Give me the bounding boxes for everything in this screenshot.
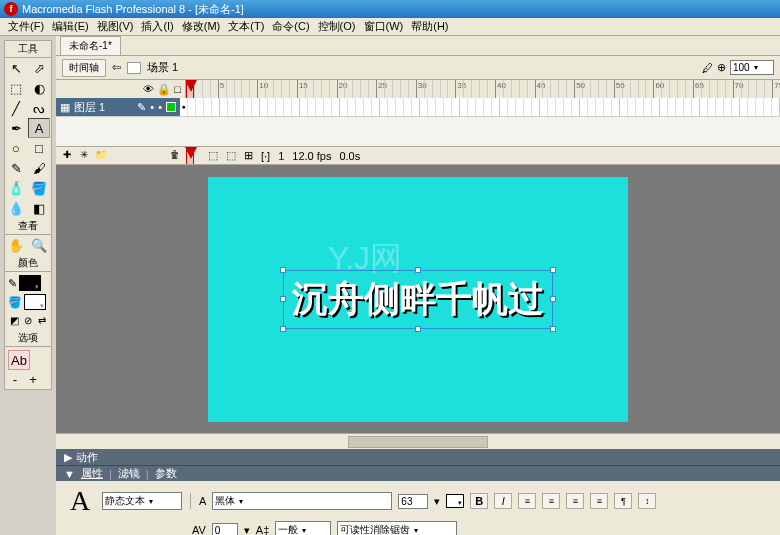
scrollbar-thumb[interactable]: [348, 436, 488, 448]
edit-multiple-icon[interactable]: ⊞: [244, 149, 253, 162]
default-colors-icon[interactable]: ◩: [8, 313, 20, 327]
lasso-tool[interactable]: ᔓ: [28, 98, 50, 118]
anti-alias-select[interactable]: 可读性消除锯齿: [337, 521, 457, 535]
line-tool[interactable]: ╱: [5, 98, 27, 118]
scene-name[interactable]: 场景 1: [147, 60, 178, 75]
handle-br[interactable]: [550, 326, 556, 332]
font-size-input[interactable]: 63: [398, 494, 428, 509]
timeline-ruler[interactable]: [186, 80, 780, 98]
font-family-select[interactable]: 黑体: [212, 492, 392, 510]
menu-window[interactable]: 窗口(W): [360, 19, 408, 34]
swap-colors-icon[interactable]: ⇄: [36, 313, 48, 327]
handle-tr[interactable]: [550, 267, 556, 273]
tab-params[interactable]: 参数: [149, 466, 183, 481]
handle-ml[interactable]: [280, 296, 286, 302]
eraser-tool[interactable]: ◧: [28, 198, 50, 218]
no-color-icon[interactable]: ⊘: [22, 313, 34, 327]
spacing-slider-icon[interactable]: ▾: [244, 524, 250, 536]
text-orientation-option[interactable]: Ab: [8, 350, 30, 370]
stroke-color-swatch[interactable]: [19, 275, 41, 291]
layer-color-swatch[interactable]: [166, 102, 176, 112]
horizontal-scrollbar[interactable]: [56, 433, 780, 449]
eyedropper-tool[interactable]: 💧: [5, 198, 27, 218]
new-guide-layer-button[interactable]: ✳: [77, 149, 91, 163]
layer-lock-dot[interactable]: •: [158, 101, 162, 113]
layer-name[interactable]: 图层 1: [74, 100, 105, 115]
letter-spacing-input[interactable]: 0: [212, 523, 238, 536]
oval-tool[interactable]: ○: [5, 138, 27, 158]
text-tool[interactable]: A: [28, 118, 50, 138]
brush-tool[interactable]: 🖌: [28, 158, 50, 178]
menu-text[interactable]: 文本(T): [224, 19, 268, 34]
frames-track[interactable]: [180, 98, 780, 116]
rectangle-tool[interactable]: □: [28, 138, 50, 158]
handle-bm[interactable]: [415, 326, 421, 332]
menu-control[interactable]: 控制(O): [314, 19, 360, 34]
gradient-tool[interactable]: ◐: [28, 78, 50, 98]
onion-skin-icon[interactable]: ⬚: [208, 149, 218, 162]
collapse-icon[interactable]: ▶: [64, 451, 72, 464]
keyframe-1[interactable]: [180, 98, 188, 116]
menu-view[interactable]: 视图(V): [93, 19, 138, 34]
document-tab[interactable]: 未命名-1*: [60, 36, 121, 55]
edit-symbol-icon[interactable]: ⊕: [717, 61, 726, 74]
ink-bottle-tool[interactable]: 🧴: [5, 178, 27, 198]
text-color-swatch[interactable]: [446, 494, 464, 508]
kerning-select[interactable]: 一般: [275, 521, 331, 535]
fill-color-swatch[interactable]: [24, 294, 46, 310]
size-slider-icon[interactable]: ▾: [434, 495, 440, 508]
orientation-button[interactable]: ↕: [638, 493, 656, 509]
handle-mr[interactable]: [550, 296, 556, 302]
subselection-tool[interactable]: ⬀: [28, 58, 50, 78]
onion-outlines-icon[interactable]: ⬚: [226, 149, 236, 162]
option-a[interactable]: -: [8, 372, 22, 386]
selection-tool[interactable]: ↖: [5, 58, 27, 78]
new-layer-button[interactable]: ✚: [60, 149, 74, 163]
align-left-button[interactable]: ≡: [518, 493, 536, 509]
handle-tl[interactable]: [280, 267, 286, 273]
paint-bucket-tool[interactable]: 🪣: [28, 178, 50, 198]
new-folder-button[interactable]: 📁: [94, 149, 108, 163]
menu-edit[interactable]: 编辑(E): [48, 19, 93, 34]
stage-viewport[interactable]: Y.J网 沉舟侧畔千帆过: [56, 165, 780, 433]
italic-button[interactable]: I: [494, 493, 512, 509]
expand-icon[interactable]: ▼: [64, 468, 75, 480]
free-transform-tool[interactable]: ⬚: [5, 78, 27, 98]
playhead[interactable]: [186, 80, 194, 98]
timeline-toggle-button[interactable]: 时间轴: [62, 59, 106, 77]
zoom-select[interactable]: 100: [730, 60, 774, 75]
layer-vis-dot[interactable]: •: [150, 101, 154, 113]
text-object[interactable]: 沉舟侧畔千帆过: [283, 270, 553, 329]
layer-row[interactable]: ▦ 图层 1 ✎ • •: [56, 98, 780, 116]
stage[interactable]: Y.J网 沉舟侧畔千帆过: [208, 177, 628, 422]
delete-layer-button[interactable]: 🗑: [168, 149, 182, 163]
align-center-button[interactable]: ≡: [542, 493, 560, 509]
handle-bl[interactable]: [280, 326, 286, 332]
menu-insert[interactable]: 插入(I): [137, 19, 177, 34]
bold-button[interactable]: B: [470, 493, 488, 509]
zoom-tool[interactable]: 🔍: [28, 235, 50, 255]
edit-scene-icon[interactable]: 🖊: [702, 62, 713, 74]
menu-help[interactable]: 帮助(H): [407, 19, 452, 34]
align-right-button[interactable]: ≡: [566, 493, 584, 509]
stage-text-content[interactable]: 沉舟侧畔千帆过: [292, 275, 544, 324]
handle-tm[interactable]: [415, 267, 421, 273]
modify-onion-icon[interactable]: [·]: [261, 150, 270, 162]
menu-modify[interactable]: 修改(M): [178, 19, 225, 34]
menu-command[interactable]: 命令(C): [268, 19, 313, 34]
pencil-tool[interactable]: ✎: [5, 158, 27, 178]
show-hide-icon[interactable]: 👁: [143, 83, 154, 95]
paragraph-button[interactable]: ¶: [614, 493, 632, 509]
actions-panel-header[interactable]: ▶ 动作: [56, 449, 780, 465]
align-justify-button[interactable]: ≡: [590, 493, 608, 509]
playhead-marker[interactable]: [186, 147, 194, 164]
lock-icon[interactable]: 🔒: [157, 83, 171, 96]
outline-icon[interactable]: □: [174, 83, 181, 95]
menu-file[interactable]: 文件(F): [4, 19, 48, 34]
hand-tool[interactable]: ✋: [5, 235, 27, 255]
tab-properties[interactable]: 属性: [75, 466, 109, 481]
pen-tool[interactable]: ✒: [5, 118, 27, 138]
tab-filters[interactable]: 滤镜: [112, 466, 146, 481]
option-b[interactable]: +: [26, 372, 40, 386]
text-type-select[interactable]: 静态文本: [102, 492, 182, 510]
